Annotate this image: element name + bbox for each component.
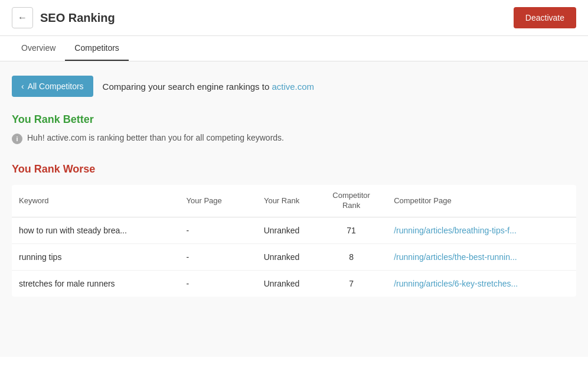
back-icon: ← xyxy=(18,12,27,23)
rank-worse-section: You Rank Worse Keyword Your Page Your Ra… xyxy=(12,163,576,297)
all-competitors-label: All Competitors xyxy=(28,82,84,91)
table-row: running tips - Unranked 8 /running/artic… xyxy=(12,243,576,270)
rank-better-info: i Huh! active.com is ranking better than… xyxy=(12,133,576,144)
competitor-page-link[interactable]: /running/articles/the-best-runnin... xyxy=(394,252,517,262)
cell-competitor-rank: 71 xyxy=(316,217,387,243)
rank-worse-table: Keyword Your Page Your Rank CompetitorRa… xyxy=(12,185,576,297)
rank-worse-heading: You Rank Worse xyxy=(12,163,576,175)
competitor-page-link[interactable]: /running/articles/6-key-stretches... xyxy=(394,279,518,288)
cell-competitor-page: /running/articles/breathing-tips-f... xyxy=(387,217,576,243)
main-content: ‹ All Competitors Comparing your search … xyxy=(0,61,588,357)
competitor-page-link[interactable]: /running/articles/breathing-tips-f... xyxy=(394,226,517,235)
table-row: how to run with steady brea... - Unranke… xyxy=(12,217,576,243)
info-icon: i xyxy=(12,134,22,144)
tab-overview[interactable]: Overview xyxy=(12,36,65,61)
cell-competitor-page: /running/articles/the-best-runnin... xyxy=(387,243,576,270)
col-competitor-page: Competitor Page xyxy=(387,185,576,217)
page-header: ← SEO Ranking Deactivate xyxy=(0,0,588,36)
header-left: ← SEO Ranking xyxy=(12,7,115,28)
nav-tabs: Overview Competitors xyxy=(0,36,588,61)
col-competitor-rank: CompetitorRank xyxy=(316,185,387,217)
cell-competitor-page: /running/articles/6-key-stretches... xyxy=(387,270,576,297)
cell-your-rank: Unranked xyxy=(247,243,316,270)
chevron-left-icon: ‹ xyxy=(21,82,24,91)
col-your-page: Your Page xyxy=(179,185,247,217)
cell-your-rank: Unranked xyxy=(247,217,316,243)
comparing-text: Comparing your search engine rankings to… xyxy=(103,82,315,92)
cell-your-page: - xyxy=(179,270,247,297)
cell-competitor-rank: 8 xyxy=(316,243,387,270)
all-competitors-button[interactable]: ‹ All Competitors xyxy=(12,76,93,97)
rank-better-info-text: Huh! active.com is ranking better than y… xyxy=(27,133,284,142)
cell-competitor-rank: 7 xyxy=(316,270,387,297)
cell-your-page: - xyxy=(179,217,247,243)
back-button[interactable]: ← xyxy=(12,7,33,28)
page-title: SEO Ranking xyxy=(40,11,115,25)
comparing-row: ‹ All Competitors Comparing your search … xyxy=(12,76,576,97)
table-row: stretches for male runners - Unranked 7 … xyxy=(12,270,576,297)
deactivate-button[interactable]: Deactivate xyxy=(514,7,576,28)
col-your-rank: Your Rank xyxy=(247,185,316,217)
rank-better-heading: You Rank Better xyxy=(12,113,576,126)
rank-better-section: You Rank Better i Huh! active.com is ran… xyxy=(12,113,576,144)
cell-your-page: - xyxy=(179,243,247,270)
table-header-row: Keyword Your Page Your Rank CompetitorRa… xyxy=(12,185,576,217)
cell-keyword: how to run with steady brea... xyxy=(12,217,179,243)
cell-keyword: running tips xyxy=(12,243,179,270)
tab-competitors[interactable]: Competitors xyxy=(65,36,128,61)
col-keyword: Keyword xyxy=(12,185,179,217)
cell-your-rank: Unranked xyxy=(247,270,316,297)
cell-keyword: stretches for male runners xyxy=(12,270,179,297)
competitor-url-link[interactable]: active.com xyxy=(272,82,314,92)
